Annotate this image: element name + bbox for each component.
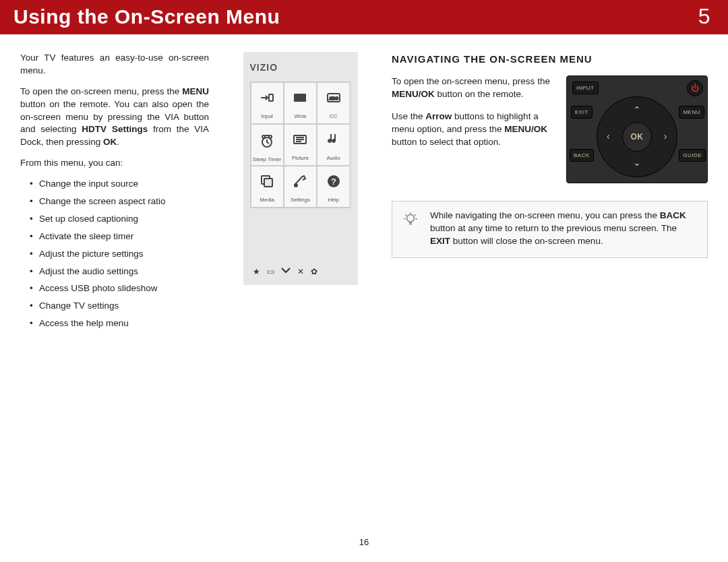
page-number: 16 (359, 537, 369, 547)
menu-cell-input: Input (251, 82, 284, 124)
open-menu-paragraph: To open the on-screen menu, press the ME… (20, 86, 209, 149)
feature-list: Change the input source Change the scree… (20, 178, 209, 330)
svg-text:ABC: ABC (329, 96, 338, 100)
left-column: Your TV features an easy-to-use on-scree… (20, 52, 209, 335)
rectangle-icon: ▭ (267, 266, 274, 278)
list-item: Adjust the audio settings (30, 266, 209, 278)
right-column: NAVIGATING THE ON-SCREEN MENU To open th… (392, 52, 708, 335)
list-item: Access the help menu (30, 317, 209, 330)
input-icon (259, 83, 275, 113)
gear-icon: ✿ (311, 266, 317, 278)
list-item: Change TV settings (30, 300, 209, 313)
svg-rect-1 (294, 94, 306, 102)
remote-guide-button: GUIDE (679, 149, 706, 162)
remote-illustration: INPUT ⏻ EXIT MENU BACK GUIDE ⌃ ⌄ ‹ › OK (566, 75, 708, 183)
menu-cell-wide: Wide (284, 82, 317, 124)
sleep-timer-icon (259, 125, 275, 157)
vizio-logo: VIZIO (250, 61, 351, 75)
star-icon: ★ (253, 266, 260, 278)
list-item: Access USB photo slideshow (30, 282, 209, 295)
menu-cell-audio: Audio (317, 124, 350, 166)
list-item: Change the screen aspect ratio (30, 195, 209, 208)
close-icon: ✕ (297, 266, 304, 278)
menu-cell-cc: ABC CC (317, 82, 350, 124)
wide-icon (292, 83, 308, 113)
svg-point-10 (295, 184, 297, 187)
list-item: Set up closed captioning (30, 213, 209, 226)
chapter-number: 5 (698, 4, 710, 29)
remote-exit-button: EXIT (571, 106, 593, 119)
nav-p2: Use the Arrow buttons to highlight a men… (392, 111, 553, 149)
svg-point-13 (407, 214, 415, 222)
intro-paragraph: Your TV features an easy-to-use on-scree… (20, 52, 209, 77)
tip-box: While navigating the on-screen menu, you… (392, 201, 708, 258)
section-heading: NAVIGATING THE ON-SCREEN MENU (392, 52, 708, 66)
vizio-panel-column: VIZIO Input Wide ABC (235, 52, 366, 335)
menu-cell-media: Media (251, 166, 284, 208)
arrow-down-icon: ⌄ (633, 156, 642, 170)
lightbulb-icon (402, 211, 419, 228)
svg-point-6 (269, 135, 272, 138)
list-lead: From this menu, you can: (20, 157, 209, 170)
svg-point-5 (262, 135, 265, 138)
chapter-banner: Using the On-Screen Menu 5 (0, 0, 728, 34)
cc-icon: ABC (326, 83, 342, 113)
remote-dpad: ⌃ ⌄ ‹ › OK (597, 96, 677, 177)
settings-icon (292, 166, 308, 197)
svg-text:?: ? (331, 177, 336, 187)
remote-back-button: BACK (570, 149, 594, 162)
remote-menu-button: MENU (679, 106, 704, 119)
arrow-right-icon: › (664, 130, 667, 144)
chapter-title: Using the On-Screen Menu (13, 5, 280, 28)
vizio-footer-icons: ★ ▭ ✕ ✿ (250, 262, 351, 279)
vizio-osd-panel: VIZIO Input Wide ABC (243, 52, 358, 285)
list-item: Activate the sleep timer (30, 230, 209, 243)
menu-cell-picture: Picture (284, 124, 317, 166)
remote-input-button: INPUT (572, 82, 599, 94)
nav-instructions: To open the on-screen menu, press the ME… (392, 75, 553, 183)
audio-icon (326, 125, 342, 155)
list-item: Change the input source (30, 178, 209, 191)
remote-power-button: ⏻ (687, 80, 703, 96)
remote-ok-button: OK (622, 122, 652, 152)
vizio-menu-grid: Input Wide ABC CC (250, 82, 351, 208)
menu-cell-settings: Settings (284, 166, 317, 208)
arrow-up-icon: ⌃ (633, 104, 642, 117)
list-item: Adjust the picture settings (30, 248, 209, 261)
chevron-down-icon (281, 266, 291, 278)
svg-rect-9 (264, 179, 272, 187)
menu-cell-sleep: Sleep Timer (251, 124, 284, 166)
menu-cell-help: ? Help (317, 166, 350, 208)
svg-rect-0 (269, 94, 273, 101)
arrow-left-icon: ‹ (607, 130, 610, 144)
nav-p1: To open the on-screen menu, press the ME… (392, 75, 553, 101)
media-icon (259, 166, 275, 197)
picture-icon (292, 125, 308, 155)
help-icon: ? (326, 166, 342, 197)
